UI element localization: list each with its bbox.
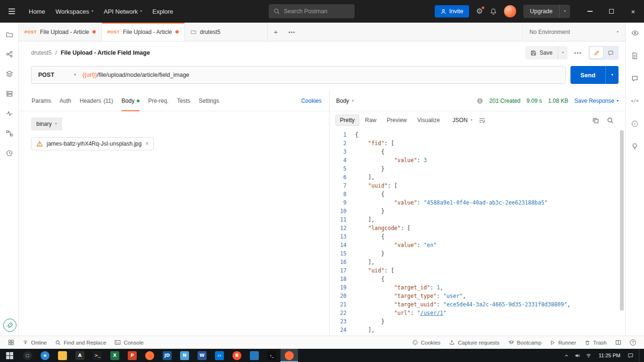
request-tab-2-active[interactable]: POST File Upload - Article F (102, 23, 185, 41)
lightbulb-icon[interactable] (631, 142, 639, 150)
taskbar-app-notepad[interactable]: N (176, 349, 193, 362)
network-info-button[interactable] (477, 98, 483, 104)
tab-options-button[interactable]: ••• (284, 23, 300, 41)
runner-button[interactable]: Runner (545, 336, 580, 349)
selected-file-chip[interactable]: james-baltz-yihX4Rq-JsI-unsplash.jpg × (31, 137, 154, 150)
nav-explore[interactable]: Explore (147, 5, 178, 18)
nav-api-network[interactable]: API Network▾ (99, 5, 147, 18)
view-pretty[interactable]: Pretty (335, 115, 359, 126)
connection-status[interactable]: Online (18, 336, 51, 349)
format-selector[interactable]: JSON ▾ (448, 115, 477, 126)
tab-params[interactable]: Params (27, 90, 55, 111)
tray-chevron-up-icon[interactable] (564, 353, 569, 358)
show-desktop-button[interactable] (639, 349, 641, 362)
upgrade-caret-button[interactable]: ▾ (559, 5, 570, 18)
documentation-icon[interactable] (631, 51, 639, 60)
find-and-replace-button[interactable]: Find and Replace (51, 336, 110, 349)
collection-tab-drutest5[interactable]: drutest5 (185, 23, 268, 41)
environments-icon[interactable] (5, 70, 14, 78)
upgrade-label[interactable]: Upgrade (523, 5, 559, 18)
save-options-button[interactable]: ▾ (558, 46, 568, 59)
code-snippet-icon[interactable]: </> (631, 97, 639, 105)
response-code-lines[interactable]: { "fid": [ { "value": 3 } ], "uuid": [ {… (352, 129, 625, 336)
collections-icon[interactable] (5, 30, 14, 39)
taskbar-app-jdownloader[interactable]: JD (158, 349, 176, 362)
new-tab-button[interactable]: + (268, 23, 284, 41)
info-icon[interactable]: i (631, 119, 639, 128)
monitors-icon[interactable] (5, 109, 14, 118)
taskbar-app-brave[interactable]: B (228, 349, 246, 362)
clock[interactable]: 11:25 PM (597, 353, 622, 358)
volume-icon[interactable] (574, 353, 580, 359)
main-menu-icon[interactable] (5, 4, 19, 18)
breadcrumb-workspace[interactable]: drutest5 (31, 49, 51, 56)
taskbar-app-powerpoint[interactable]: P (124, 349, 141, 362)
send-options-button[interactable]: ▾ (605, 66, 619, 84)
history-icon[interactable] (5, 149, 14, 157)
nav-workspaces[interactable]: Workspaces▾ (50, 5, 99, 18)
console-button[interactable]: Console (110, 336, 148, 349)
search-response-icon[interactable] (607, 117, 614, 124)
taskbar-app-file-explorer[interactable] (54, 349, 71, 362)
view-visualize[interactable]: Visualize (413, 115, 445, 126)
response-body-selector[interactable]: Body ▾ (336, 98, 354, 104)
global-search[interactable] (269, 4, 355, 18)
action-center-icon[interactable] (627, 353, 634, 359)
taskbar-app-vscode[interactable]: ‹› (211, 349, 228, 362)
sidebar-toggle-button[interactable] (4, 336, 18, 349)
invite-button[interactable]: Invite (435, 5, 469, 17)
environment-selector[interactable]: No Environment ▾ (522, 23, 625, 41)
cookies-link[interactable]: Cookies (301, 98, 322, 104)
close-button[interactable]: × (622, 0, 644, 23)
body-mode-selector[interactable]: binary ▾ (31, 117, 62, 131)
capture-requests-button[interactable]: Capture requests (445, 336, 504, 349)
nav-home[interactable]: Home (24, 5, 50, 18)
tab-body[interactable]: Body (117, 90, 144, 111)
view-preview[interactable]: Preview (382, 115, 412, 126)
save-button[interactable]: Save (525, 46, 558, 59)
two-pane-layout-button[interactable] (611, 336, 626, 349)
whats-new-rocket-button[interactable] (3, 319, 17, 332)
copy-icon[interactable] (592, 117, 599, 124)
status-badge[interactable]: 201 Created (489, 98, 520, 104)
comments-panel-icon[interactable] (631, 74, 639, 82)
taskbar-app-terminal[interactable]: ›_ (263, 349, 281, 362)
taskbar-app-postman[interactable] (281, 349, 298, 362)
save-response-button[interactable]: Save Response ▾ (574, 98, 619, 104)
taskbar-app-input-method[interactable]: A (71, 349, 89, 362)
response-size[interactable]: 1.08 KB (548, 98, 569, 104)
request-tab-1[interactable]: POST File Upload - Article F (19, 23, 102, 41)
taskbar-app-firefox[interactable] (141, 349, 158, 362)
environment-quick-look-icon[interactable] (631, 29, 639, 37)
flows-icon[interactable] (5, 129, 14, 138)
response-link[interactable]: /user/1 (421, 310, 443, 316)
taskbar-app-excel[interactable]: X (106, 349, 124, 362)
remove-file-icon[interactable]: × (145, 141, 149, 147)
response-time[interactable]: 9.09 s (527, 98, 542, 104)
network-icon[interactable] (586, 353, 592, 359)
tab-tests[interactable]: Tests (173, 90, 195, 111)
start-button[interactable] (0, 349, 19, 362)
taskbar-app-dark-circle-app[interactable]: ○ (19, 349, 36, 362)
tab-auth[interactable]: Auth (55, 90, 75, 111)
help-button[interactable]: ? (626, 336, 640, 349)
search-input[interactable] (284, 8, 345, 15)
view-raw[interactable]: Raw (360, 115, 381, 126)
apis-icon[interactable] (5, 50, 14, 58)
more-actions-button[interactable]: ••• (574, 50, 582, 56)
taskbar-app-edge[interactable]: e (36, 349, 54, 362)
tab-headers[interactable]: Headers(11) (75, 90, 117, 111)
url-input[interactable]: {{url}}/file/upload/node/article/field_i… (83, 66, 565, 83)
mock-servers-icon[interactable] (5, 90, 14, 98)
edit-docs-button[interactable] (590, 47, 603, 58)
maximize-button[interactable] (601, 0, 622, 23)
taskbar-app-word[interactable]: W (193, 349, 211, 362)
tab-settings[interactable]: Settings (195, 90, 223, 111)
method-selector[interactable]: POST ▾ (32, 66, 83, 83)
wrap-lines-icon[interactable] (479, 117, 486, 124)
cookies-button[interactable]: Cookies (408, 336, 445, 349)
tab-pre-request[interactable]: Pre-req. (144, 90, 173, 111)
taskbar-app-cmd[interactable]: >_ (89, 349, 106, 362)
trash-button[interactable]: Trash (580, 336, 611, 349)
minimize-button[interactable] (579, 0, 601, 23)
